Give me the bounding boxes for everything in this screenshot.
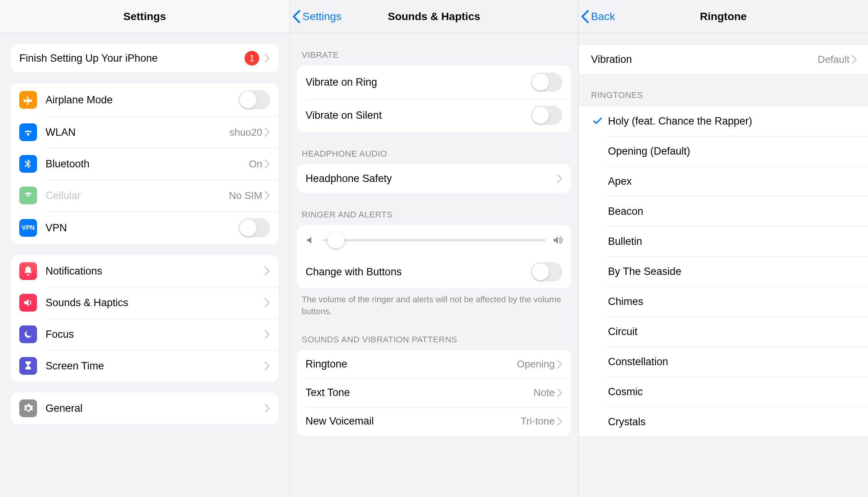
chevron-left-icon bbox=[581, 10, 589, 23]
speaker-icon bbox=[19, 294, 37, 312]
airplane-icon bbox=[19, 91, 37, 109]
bluetooth-row[interactable]: Bluetooth On bbox=[11, 148, 279, 180]
wlan-label: WLAN bbox=[46, 126, 230, 138]
vibrate-ring-label: Vibrate on Ring bbox=[306, 76, 531, 88]
volume-low-icon bbox=[306, 235, 316, 245]
chevron-right-icon bbox=[265, 128, 270, 136]
back-label: Back bbox=[591, 10, 615, 23]
ringtone-item[interactable]: Circuit bbox=[579, 317, 868, 347]
headphone-safety-row[interactable]: Headphone Safety bbox=[297, 164, 571, 193]
ringtone-item[interactable]: By The Seaside bbox=[579, 256, 868, 286]
ringtone-item[interactable]: Opening (Default) bbox=[579, 136, 868, 166]
headphone-safety-label: Headphone Safety bbox=[306, 173, 557, 185]
vibration-label: Vibration bbox=[591, 54, 818, 66]
vpn-row[interactable]: VPN VPN bbox=[11, 211, 279, 244]
cellular-detail: No SIM bbox=[229, 190, 262, 202]
ringtone-item[interactable]: Apex bbox=[579, 166, 868, 196]
ringtone-label: Ringtone bbox=[306, 358, 517, 370]
nav-title: Settings bbox=[123, 10, 166, 23]
airplane-row[interactable]: Airplane Mode bbox=[11, 83, 279, 116]
patterns-header: Sounds and Vibration Patterns bbox=[290, 318, 578, 350]
volume-slider[interactable] bbox=[323, 239, 545, 241]
navbar-ringtone: Back Ringtone bbox=[579, 0, 868, 33]
system-group: Notifications Sounds & Haptics Focus Scr… bbox=[11, 255, 279, 382]
ringtone-item-label: Chimes bbox=[608, 296, 857, 308]
back-button[interactable]: Back bbox=[581, 0, 615, 33]
chevron-right-icon bbox=[265, 298, 270, 307]
vibrate-silent-label: Vibrate on Silent bbox=[306, 110, 531, 121]
ringer-footer: The volume of the ringer and alerts will… bbox=[290, 288, 578, 318]
ringtone-item-label: Bulletin bbox=[608, 236, 857, 248]
volume-slider-row[interactable] bbox=[297, 225, 571, 255]
chevron-right-icon bbox=[557, 174, 562, 183]
ringtone-value: Opening bbox=[517, 358, 555, 370]
ringtone-item[interactable]: Constellation bbox=[579, 347, 868, 377]
bluetooth-label: Bluetooth bbox=[46, 158, 249, 170]
gear-icon bbox=[19, 399, 37, 417]
ringtone-item[interactable]: Beacon bbox=[579, 196, 868, 226]
ringtone-item[interactable]: Holy (feat. Chance the Rapper) bbox=[579, 106, 868, 136]
chevron-right-icon bbox=[557, 360, 562, 369]
back-button[interactable]: Settings bbox=[292, 0, 341, 33]
vibrate-ring-switch[interactable] bbox=[531, 72, 562, 92]
ringtone-item-label: By The Seaside bbox=[608, 266, 857, 278]
ringtone-item-label: Holy (feat. Chance the Rapper) bbox=[608, 115, 857, 127]
general-label: General bbox=[46, 403, 265, 414]
ringer-group: Change with Buttons bbox=[297, 225, 571, 288]
finish-setup-row[interactable]: Finish Setting Up Your iPhone 1 bbox=[11, 44, 279, 72]
sounds-label: Sounds & Haptics bbox=[46, 297, 265, 309]
ringtone-item[interactable]: Bulletin bbox=[579, 226, 868, 256]
vibration-group: Vibration Default bbox=[579, 44, 868, 75]
wlan-row[interactable]: WLAN shuo20 bbox=[11, 116, 279, 148]
ringtone-item-label: Circuit bbox=[608, 326, 857, 338]
ringtone-item-label: Crystals bbox=[608, 416, 857, 428]
cellular-icon bbox=[19, 187, 37, 204]
moon-icon bbox=[19, 325, 37, 343]
voicemail-row[interactable]: New Voicemail Tri-tone bbox=[297, 407, 571, 436]
airplane-switch[interactable] bbox=[238, 90, 270, 110]
ringtone-item[interactable]: Cosmic bbox=[579, 377, 868, 407]
general-group: General bbox=[11, 393, 279, 424]
general-row[interactable]: General bbox=[11, 393, 279, 424]
screentime-label: Screen Time bbox=[46, 360, 265, 372]
vibrate-ring-row[interactable]: Vibrate on Ring bbox=[297, 66, 571, 99]
nav-title: Ringtone bbox=[700, 10, 746, 23]
texttone-row[interactable]: Text Tone Note bbox=[297, 379, 571, 407]
ringtone-row[interactable]: Ringtone Opening bbox=[297, 350, 571, 379]
vpn-switch[interactable] bbox=[238, 218, 270, 238]
vpn-label: VPN bbox=[46, 222, 238, 234]
airplane-label: Airplane Mode bbox=[46, 94, 238, 106]
texttone-label: Text Tone bbox=[306, 387, 534, 399]
notifications-row[interactable]: Notifications bbox=[11, 255, 279, 287]
chevron-right-icon bbox=[557, 417, 562, 426]
chevron-right-icon bbox=[265, 267, 270, 275]
ringtone-item-label: Beacon bbox=[608, 206, 857, 217]
chevron-left-icon bbox=[292, 10, 300, 23]
vibrate-silent-row[interactable]: Vibrate on Silent bbox=[297, 99, 571, 132]
voicemail-label: New Voicemail bbox=[306, 415, 520, 427]
change-buttons-row[interactable]: Change with Buttons bbox=[297, 255, 571, 288]
cellular-row[interactable]: Cellular No SIM bbox=[11, 180, 279, 211]
chevron-right-icon bbox=[265, 362, 270, 370]
chevron-right-icon bbox=[852, 55, 857, 64]
ringtone-item[interactable]: Crystals bbox=[579, 407, 868, 437]
chevron-right-icon bbox=[265, 191, 270, 200]
screentime-row[interactable]: Screen Time bbox=[11, 350, 279, 382]
back-label: Settings bbox=[302, 10, 341, 23]
nav-title: Sounds & Haptics bbox=[388, 10, 480, 23]
sounds-row[interactable]: Sounds & Haptics bbox=[11, 287, 279, 318]
change-buttons-label: Change with Buttons bbox=[306, 266, 531, 278]
chevron-right-icon bbox=[265, 160, 270, 168]
ringtone-item[interactable]: Chimes bbox=[579, 286, 868, 317]
chevron-right-icon bbox=[265, 330, 270, 339]
focus-row[interactable]: Focus bbox=[11, 318, 279, 350]
chevron-right-icon bbox=[557, 389, 562, 397]
vibration-row[interactable]: Vibration Default bbox=[579, 44, 868, 74]
wlan-detail: shuo20 bbox=[230, 126, 262, 138]
chevron-right-icon bbox=[265, 404, 270, 413]
check-icon bbox=[591, 116, 604, 126]
vibrate-silent-switch[interactable] bbox=[531, 106, 562, 125]
finish-setup-label: Finish Setting Up Your iPhone bbox=[19, 52, 245, 64]
change-buttons-switch[interactable] bbox=[531, 262, 562, 281]
chevron-right-icon bbox=[265, 54, 270, 62]
